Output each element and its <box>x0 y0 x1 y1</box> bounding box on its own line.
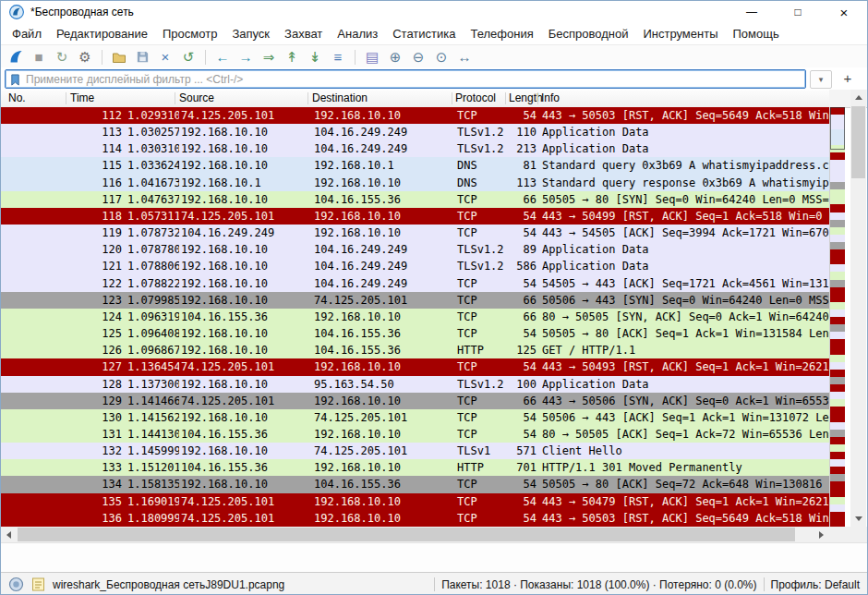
packet-row[interactable]: 1181.05731174.125.205.101192.168.10.10TC… <box>1 208 829 225</box>
profile-selector[interactable]: Профиль: Default <box>771 578 861 591</box>
menu-item-10[interactable]: Помощь <box>726 24 787 43</box>
packet-row[interactable]: 1231.079985192.168.10.1074.125.205.101TC… <box>1 292 829 309</box>
scroll-left-button[interactable] <box>1 527 17 542</box>
cell-len: 66 <box>509 309 540 325</box>
cell-proto: TCP <box>455 292 509 309</box>
menu-item-8[interactable]: Беспроводной <box>541 24 636 43</box>
reload-file-icon[interactable]: ↺ <box>177 47 199 67</box>
minimap-stripe <box>830 490 845 497</box>
packet-row[interactable]: 1241.096319104.16.155.36192.168.10.10TCP… <box>1 309 829 325</box>
packet-row[interactable]: 1261.096867192.168.10.10104.16.155.36HTT… <box>1 342 829 358</box>
packet-row[interactable]: 1301.141562192.168.10.1074.125.205.101TC… <box>1 409 829 426</box>
cell-len: 54 <box>509 208 540 225</box>
column-divider[interactable] <box>175 92 175 104</box>
packet-row[interactable]: 1251.096408192.168.10.10104.16.155.36TCP… <box>1 325 829 342</box>
packet-row[interactable]: 1221.078822192.168.10.10104.16.249.249TC… <box>1 275 829 292</box>
menu-item-2[interactable]: Просмотр <box>155 24 224 43</box>
packet-row[interactable]: 1351.16901974.125.205.101192.168.10.10TC… <box>1 493 829 510</box>
minimap-stripe <box>830 452 845 459</box>
packet-row[interactable]: 1321.145999192.168.10.1074.125.205.101TL… <box>1 443 829 459</box>
cell-len: 81 <box>509 157 540 174</box>
column-header-time[interactable]: Time <box>70 91 94 104</box>
save-file-icon[interactable] <box>131 47 153 67</box>
column-divider[interactable] <box>307 92 308 104</box>
scroll-down-button[interactable] <box>850 511 866 527</box>
expert-info-icon[interactable] <box>8 577 24 592</box>
packet-row[interactable]: 1331.151201104.16.155.36192.168.10.10HTT… <box>1 459 829 476</box>
column-divider[interactable] <box>505 92 506 104</box>
packet-row[interactable]: 1131.030257192.168.10.10104.16.249.249TL… <box>1 124 829 140</box>
packet-row[interactable]: 1311.144130104.16.155.36192.168.10.10TCP… <box>1 426 829 443</box>
column-header-no[interactable]: No. <box>8 91 26 104</box>
menu-item-7[interactable]: Телефония <box>463 24 540 43</box>
menu-item-9[interactable]: Инструменты <box>635 24 725 43</box>
packet-row[interactable]: 1161.041673192.168.10.1192.168.10.10DNS1… <box>1 175 829 191</box>
packet-minimap[interactable] <box>829 107 845 527</box>
vertical-scrollbar[interactable] <box>850 90 866 527</box>
column-header-destination[interactable]: Destination <box>312 91 368 104</box>
menu-item-0[interactable]: Файл <box>5 24 49 43</box>
menu-item-1[interactable]: Редактирование <box>49 24 155 43</box>
packet-row[interactable]: 1211.078806192.168.10.10104.16.249.249TL… <box>1 258 829 274</box>
horizontal-scrollbar[interactable] <box>1 527 829 542</box>
toolbar-separator <box>102 50 102 65</box>
auto-scroll-icon[interactable]: ≡ <box>327 47 349 67</box>
packet-row[interactable]: 1341.158135192.168.10.10104.16.155.36TCP… <box>1 476 829 492</box>
open-file-icon[interactable] <box>108 47 130 67</box>
minimap-stripe <box>830 355 845 362</box>
go-to-packet-icon[interactable]: ⇒ <box>258 47 280 67</box>
menu-item-4[interactable]: Захват <box>277 24 330 43</box>
minimap-stripe <box>830 497 845 504</box>
vertical-scrollbar-thumb[interactable] <box>851 106 865 178</box>
scroll-right-button[interactable] <box>814 527 829 542</box>
close-file-icon[interactable]: × <box>154 47 176 67</box>
capture-options-icon[interactable]: ⚙ <box>74 47 96 67</box>
minimize-button[interactable]: — <box>729 1 775 23</box>
start-capture-icon[interactable] <box>5 47 27 67</box>
zoom-in-icon[interactable]: ⊕ <box>384 47 406 67</box>
capture-comment-icon[interactable] <box>30 577 46 592</box>
zoom-original-icon[interactable]: ⊙ <box>430 47 452 67</box>
first-packet-icon[interactable]: ↟ <box>281 47 303 67</box>
display-filter-input[interactable] <box>24 72 805 87</box>
filter-history-dropdown[interactable]: ▾ <box>810 70 832 89</box>
packet-row[interactable]: 1281.137300192.168.10.1095.163.54.50TLSv… <box>1 376 829 393</box>
packet-row[interactable]: 1201.078780192.168.10.10104.16.249.249TL… <box>1 241 829 258</box>
packet-row[interactable]: 1361.18099974.125.205.101192.168.10.10TC… <box>1 510 829 527</box>
display-filter-field[interactable] <box>5 69 806 89</box>
packet-row[interactable]: 1141.030310192.168.10.10104.16.249.249TL… <box>1 140 829 157</box>
restart-capture-icon[interactable]: ↻ <box>51 47 73 67</box>
zoom-out-icon[interactable]: ⊖ <box>407 47 429 67</box>
column-divider[interactable] <box>537 92 538 104</box>
menu-item-5[interactable]: Анализ <box>330 24 385 43</box>
resize-columns-icon[interactable]: ↔ <box>453 47 476 67</box>
packet-row[interactable]: 1271.13645474.125.205.101192.168.10.10TC… <box>1 358 829 375</box>
colorize-icon[interactable]: ▤ <box>361 47 383 67</box>
column-header-info[interactable]: Info <box>541 91 560 104</box>
go-forward-icon[interactable]: → <box>235 47 257 67</box>
column-header-source[interactable]: Source <box>179 91 214 104</box>
column-divider[interactable] <box>66 92 66 104</box>
close-button[interactable]: × <box>821 1 867 23</box>
packet-row[interactable]: 1291.14146674.125.205.101192.168.10.10TC… <box>1 393 829 409</box>
cell-dst: 192.168.10.10 <box>312 309 455 325</box>
menu-item-6[interactable]: Статистика <box>385 24 463 43</box>
filter-bookmark-icon[interactable] <box>9 73 21 85</box>
minimap-stripe <box>830 384 845 392</box>
add-filter-button[interactable]: + <box>838 69 858 87</box>
column-divider[interactable] <box>452 92 452 104</box>
horizontal-scrollbar-thumb[interactable] <box>18 528 795 541</box>
packet-row[interactable]: 1191.078732104.16.249.249192.168.10.10TC… <box>1 225 829 241</box>
stop-capture-icon[interactable]: ■ <box>28 47 50 67</box>
packet-row[interactable]: 1171.047637192.168.10.10104.16.155.36TCP… <box>1 191 829 208</box>
maximize-button[interactable]: □ <box>775 1 821 23</box>
go-back-icon[interactable]: ← <box>211 47 234 67</box>
statusbar-separator <box>434 577 435 591</box>
packet-row[interactable]: 1151.033624192.168.10.10192.168.10.1DNS8… <box>1 157 829 174</box>
scroll-up-button[interactable] <box>850 90 866 105</box>
menu-item-3[interactable]: Запуск <box>224 24 277 43</box>
last-packet-icon[interactable]: ↡ <box>304 47 326 67</box>
column-header-protocol[interactable]: Protocol <box>455 91 496 104</box>
packet-row[interactable]: 1121.02931074.125.205.101192.168.10.10TC… <box>1 107 829 124</box>
cell-no: 128 <box>1 376 126 393</box>
